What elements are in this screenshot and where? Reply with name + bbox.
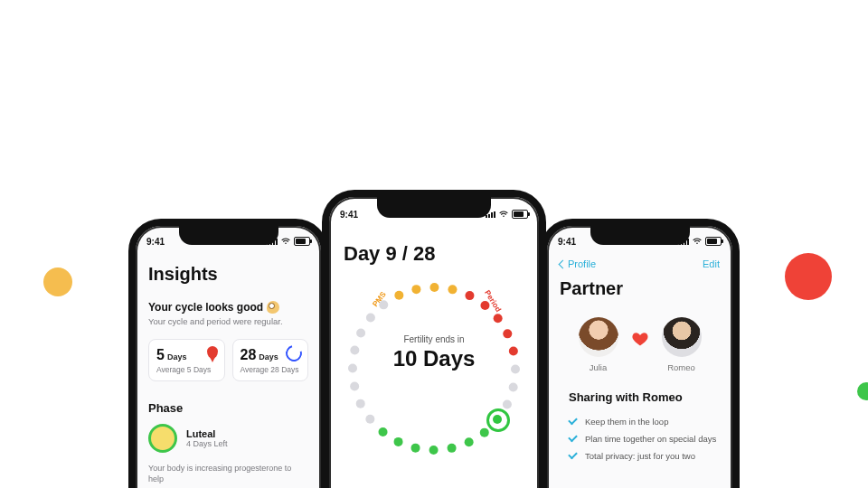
insights-subline: Your cycle and period were regular. xyxy=(148,316,308,326)
cycle-day-title: Day 9 / 28 xyxy=(344,242,524,266)
edit-button[interactable]: Edit xyxy=(703,258,720,269)
insights-headline-row: Your cycle looks good xyxy=(148,301,308,314)
cycle-day-dot[interactable] xyxy=(366,314,375,323)
battery-icon xyxy=(294,237,310,246)
cycle-day-dot[interactable] xyxy=(465,437,474,446)
ok-hand-icon xyxy=(267,301,279,314)
cycle-spinner-icon xyxy=(283,343,306,365)
insights-stats-row: 5Days Average 5 Days 28Days Average 28 D… xyxy=(148,339,308,381)
sharing-title: Sharing with Romeo xyxy=(569,390,720,404)
status-icons xyxy=(486,210,528,219)
phase-days-left: 4 Days Left xyxy=(186,439,228,448)
decor-red-dot xyxy=(785,253,832,300)
phase-row[interactable]: Luteal 4 Days Left xyxy=(148,424,308,453)
insights-title: Insights xyxy=(148,264,308,285)
blood-drop-icon xyxy=(207,346,218,359)
phase-section-title: Phase xyxy=(148,401,308,415)
cycle-day-dot[interactable] xyxy=(356,329,365,338)
cycle-unit: Days xyxy=(259,352,278,361)
cycle-day-dot[interactable] xyxy=(465,291,474,300)
phase-name: Luteal xyxy=(186,428,228,439)
status-time: 9:41 xyxy=(558,237,576,247)
cycle-day-dot[interactable] xyxy=(480,301,489,310)
cycle-stat-card[interactable]: 28Days Average 28 Days xyxy=(232,339,309,381)
decor-yellow-dot xyxy=(43,267,72,296)
back-label: Profile xyxy=(568,258,596,269)
cycle-day-dot[interactable] xyxy=(365,415,374,424)
avatar-name-a: Julia xyxy=(579,362,618,372)
phone-notch xyxy=(179,225,278,245)
cycle-day-dot[interactable] xyxy=(356,399,365,408)
cycle-day-dot[interactable] xyxy=(503,329,512,338)
cycle-day-dot[interactable] xyxy=(348,364,357,373)
phone-notch xyxy=(377,196,491,218)
battery-icon xyxy=(705,237,722,246)
cycle-day-dot[interactable] xyxy=(503,399,512,408)
cycle-day-dot[interactable] xyxy=(448,285,457,294)
cycle-day-dot[interactable] xyxy=(350,382,359,391)
sharing-list: Keep them in the loop Plan time together… xyxy=(560,413,720,465)
cycle-day-dot[interactable] xyxy=(511,364,520,373)
insights-headline: Your cycle looks good xyxy=(148,301,263,314)
cycle-current-day-cursor[interactable] xyxy=(486,408,510,432)
cycle-day-dot[interactable] xyxy=(509,382,518,391)
cycle-day-dot[interactable] xyxy=(429,446,439,455)
cycle-day-dot[interactable] xyxy=(429,283,439,292)
partner-nav-row: Profile Edit xyxy=(560,258,720,269)
cycle-day-dot[interactable] xyxy=(509,346,518,355)
status-time: 9:41 xyxy=(146,237,165,247)
cycle-day-dot[interactable] xyxy=(394,291,403,300)
phone-partner: 9:41 Profile Edit Partner Julia Romeo xyxy=(540,219,740,488)
phase-description: Your body is increasing progesterone to … xyxy=(148,464,308,484)
wifi-icon xyxy=(693,238,702,245)
status-time: 9:41 xyxy=(340,210,358,220)
avatar-name-b: Romeo xyxy=(662,362,702,372)
cycle-average: Average 28 Days xyxy=(241,365,301,374)
cycle-ring-center: Fertility ends in 10 Days xyxy=(344,334,524,371)
wifi-icon xyxy=(499,211,508,218)
avatar-col-a[interactable]: Julia xyxy=(579,317,618,372)
cycle-day-dot[interactable] xyxy=(411,285,420,294)
sharing-item: Plan time together on special days xyxy=(569,430,720,447)
cycle-day-dot[interactable] xyxy=(448,444,457,453)
sharing-item: Total privacy: just for you two xyxy=(569,447,720,465)
battery-icon xyxy=(512,210,528,219)
cycle-day-dot[interactable] xyxy=(379,300,388,309)
cycle-day-dot[interactable] xyxy=(379,427,388,436)
cycle-day-dot[interactable] xyxy=(480,428,489,437)
period-average: Average 5 Days xyxy=(156,365,217,374)
phone-notch xyxy=(590,225,690,245)
cycle-value: 28 xyxy=(241,347,257,363)
partner-title: Partner xyxy=(560,278,720,299)
phone-cycle: 9:41 Day 9 / 28 PMS Period Fertility end… xyxy=(322,190,546,488)
wifi-icon xyxy=(281,238,290,245)
period-stat-card[interactable]: 5Days Average 5 Days xyxy=(148,339,225,381)
sharing-item: Keep them in the loop xyxy=(569,413,720,430)
avatar-col-b[interactable]: Romeo xyxy=(662,317,702,372)
cycle-ring[interactable]: PMS Period Fertility ends in 10 Days xyxy=(344,278,524,459)
phone-insights: 9:41 Insights Your cycle looks good Your… xyxy=(128,219,328,488)
cycle-center-value: 10 Days xyxy=(344,346,524,371)
period-unit: Days xyxy=(167,352,187,361)
chevron-left-icon xyxy=(559,259,568,268)
cycle-day-dot[interactable] xyxy=(350,346,359,355)
cycle-day-dot[interactable] xyxy=(394,437,403,446)
back-button[interactable]: Profile xyxy=(560,258,596,269)
cycle-day-dot[interactable] xyxy=(494,314,503,323)
cycle-center-label: Fertility ends in xyxy=(344,334,524,344)
avatar-julia xyxy=(579,317,618,357)
partners-row: Julia Romeo xyxy=(560,317,720,372)
cycle-day-dot[interactable] xyxy=(411,444,420,453)
decor-green-dot xyxy=(857,382,868,400)
phase-dot-icon xyxy=(148,424,177,453)
avatar-romeo xyxy=(662,317,702,357)
heart-icon xyxy=(631,330,649,348)
period-value: 5 xyxy=(156,347,165,363)
